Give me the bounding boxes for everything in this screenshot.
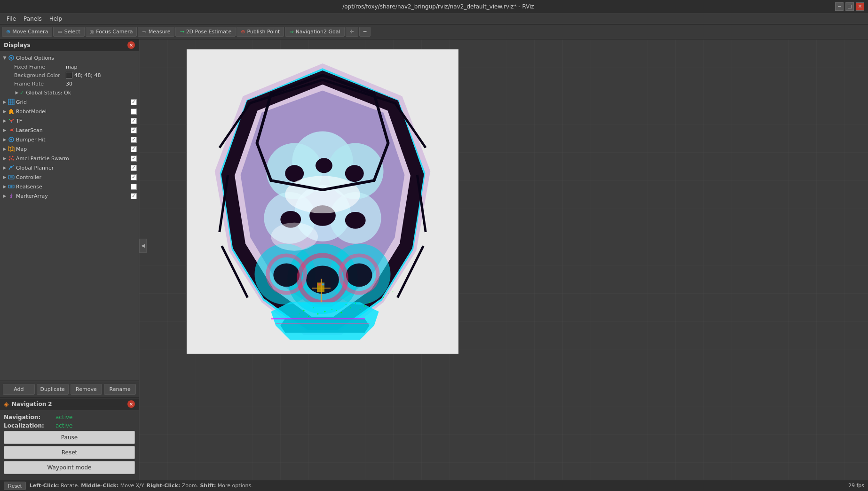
markerarray-checkbox[interactable] — [131, 193, 137, 199]
measure-button[interactable]: ⊸ Measure — [138, 27, 174, 37]
panel-collapse-arrow[interactable]: ◀ — [139, 239, 147, 253]
pose-estimate-label: 2D Pose Estimate — [186, 29, 232, 35]
svg-point-71 — [364, 305, 365, 307]
rename-button[interactable]: Rename — [104, 384, 136, 395]
statusbar: Reset Left-Click: Rotate. Middle-Click: … — [0, 480, 868, 491]
global-planner-expand[interactable]: ▶ — [2, 165, 8, 171]
fixed-frame-value[interactable]: map — [66, 64, 135, 70]
realsense-expand[interactable]: ▶ — [2, 184, 8, 189]
global-options-item[interactable]: ▼ Global Options — [0, 53, 139, 62]
global-status-expand[interactable]: ▶ — [14, 90, 20, 95]
extra-icon-1: ✛ — [350, 29, 354, 35]
background-color-value[interactable]: 48; 48; 48 — [66, 72, 135, 78]
svg-point-54 — [271, 223, 318, 251]
grid-item[interactable]: ▶ Grid — [0, 97, 139, 107]
navigation-value: active — [55, 414, 72, 421]
displays-tree[interactable]: ▼ Global Options Fixed Frame map — [0, 51, 139, 381]
bumperhit-icon — [8, 136, 15, 143]
amcl-label: Amcl Particle Swarm — [16, 156, 129, 162]
frame-rate-row: Frame Rate 30 — [0, 79, 139, 88]
displays-header: Displays ✕ — [0, 39, 139, 51]
toolbar: ⊕ Move Camera ▭ Select ◎ Focus Camera ⊸ … — [0, 24, 868, 39]
grid-icon — [8, 98, 15, 106]
menu-panels[interactable]: Panels — [20, 15, 46, 23]
svg-marker-18 — [8, 147, 14, 151]
robotmodel-item[interactable]: ▶ RobotModel — [0, 107, 139, 116]
laserscan-icon — [8, 126, 15, 134]
minimize-button[interactable]: ─ — [835, 2, 844, 11]
frame-rate-value[interactable]: 30 — [66, 81, 135, 87]
reset-button[interactable]: Reset — [4, 482, 26, 490]
controller-item[interactable]: ▶ Controller — [0, 172, 139, 182]
bumperhit-expand[interactable]: ▶ — [2, 137, 8, 142]
duplicate-button[interactable]: Duplicate — [37, 384, 69, 395]
nav2-header: ◈ Navigation 2 ✕ — [0, 398, 139, 410]
svg-point-14 — [10, 120, 12, 122]
pause-button[interactable]: Pause — [4, 431, 135, 444]
menu-file[interactable]: File — [3, 15, 20, 23]
global-planner-item[interactable]: ▶ Global Planner — [0, 163, 139, 172]
amcl-checkbox[interactable] — [131, 156, 137, 162]
localization-row: Localization: active — [4, 422, 135, 429]
viewport[interactable] — [139, 39, 868, 480]
global-planner-checkbox[interactable] — [131, 165, 137, 171]
amcl-item[interactable]: ▶ Amcl Particle Swarm — [0, 154, 139, 163]
laserscan-expand[interactable]: ▶ — [2, 127, 8, 133]
grid-expand[interactable]: ▶ — [2, 99, 8, 105]
tf-expand[interactable]: ▶ — [2, 118, 8, 124]
robotmodel-label: RobotModel — [16, 109, 129, 115]
controller-expand[interactable]: ▶ — [2, 174, 8, 180]
tf-item[interactable]: ▶ TF — [0, 116, 139, 125]
select-button[interactable]: ▭ Select — [53, 27, 84, 37]
map-item[interactable]: ▶ Map — [0, 144, 139, 154]
realsense-checkbox[interactable] — [131, 184, 137, 190]
window-title: /opt/ros/foxy/share/nav2_bringup/rviz/na… — [41, 3, 835, 10]
focus-camera-icon: ◎ — [90, 29, 95, 35]
map-expand[interactable]: ▶ — [2, 146, 8, 152]
extra-icon-2: ━ — [363, 29, 367, 35]
waypoint-button[interactable]: Waypoint mode — [4, 461, 135, 474]
nav2-goal-button[interactable]: ⇒ Navigation2 Goal — [285, 27, 344, 37]
svg-point-45 — [316, 158, 332, 173]
restore-button[interactable]: □ — [845, 2, 854, 11]
svg-point-62 — [313, 307, 314, 308]
extra-button-2[interactable]: ━ — [359, 27, 371, 37]
publish-point-button[interactable]: ⊛ Publish Point — [237, 27, 284, 37]
extra-button-1[interactable]: ✛ — [346, 27, 358, 37]
laserscan-checkbox[interactable] — [131, 127, 137, 133]
measure-icon: ⊸ — [142, 29, 146, 35]
bumperhit-checkbox[interactable] — [131, 137, 137, 143]
remove-button[interactable]: Remove — [71, 384, 103, 395]
pose-estimate-button[interactable]: → 2D Pose Estimate — [175, 27, 236, 37]
nav2-close-button[interactable]: ✕ — [127, 400, 135, 408]
bumperhit-item[interactable]: ▶ Bumper Hit — [0, 135, 139, 144]
markerarray-item[interactable]: ▶ MarkerArray — [0, 191, 139, 201]
controller-checkbox[interactable] — [131, 174, 137, 180]
bumperhit-label: Bumper Hit — [16, 137, 129, 143]
select-label: Select — [64, 29, 80, 35]
close-button[interactable]: ✕ — [856, 2, 864, 11]
map-checkbox[interactable] — [131, 146, 137, 152]
reset-nav-button[interactable]: Reset — [4, 446, 135, 459]
markerarray-expand[interactable]: ▶ — [2, 193, 8, 199]
svg-point-72 — [369, 302, 370, 303]
svg-point-10 — [12, 112, 14, 114]
global-options-expand[interactable]: ▼ — [2, 55, 8, 61]
controller-label: Controller — [16, 174, 129, 180]
menu-help[interactable]: Help — [46, 15, 66, 23]
displays-close-button[interactable]: ✕ — [127, 41, 135, 49]
navigation-row: Navigation: active — [4, 414, 135, 421]
add-button[interactable]: Add — [3, 384, 35, 395]
grid-checkbox[interactable] — [131, 99, 137, 105]
robotmodel-expand[interactable]: ▶ — [2, 109, 8, 114]
amcl-expand[interactable]: ▶ — [2, 156, 8, 161]
move-camera-button[interactable]: ⊕ Move Camera — [2, 27, 52, 37]
status-check-icon: ✓ — [20, 90, 24, 96]
laserscan-item[interactable]: ▶ LaserScan — [0, 125, 139, 135]
tf-checkbox[interactable] — [131, 118, 137, 124]
robotmodel-checkbox[interactable] — [131, 109, 137, 115]
focus-camera-button[interactable]: ◎ Focus Camera — [86, 27, 137, 37]
move-camera-label: Move Camera — [12, 29, 48, 35]
svg-point-66 — [350, 307, 351, 308]
realsense-item[interactable]: ▶ Realsense — [0, 182, 139, 191]
